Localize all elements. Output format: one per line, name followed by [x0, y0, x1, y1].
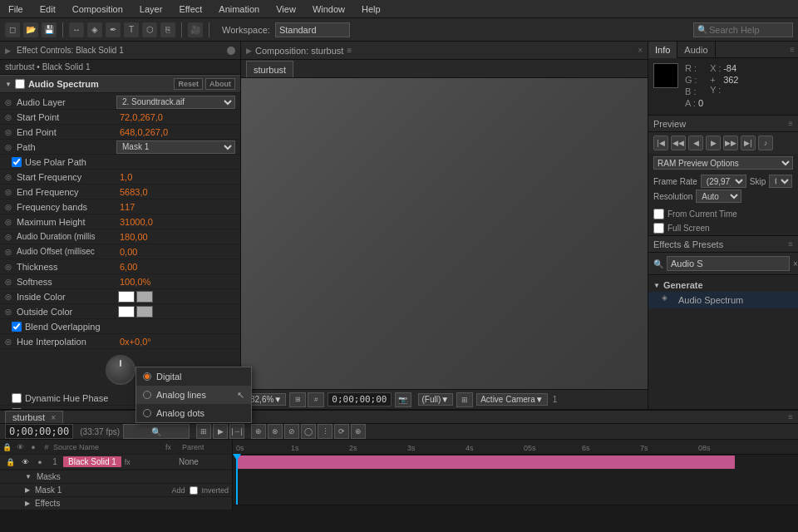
reset-button[interactable]: Reset: [174, 78, 203, 90]
preview-last-btn[interactable]: ▶|: [741, 135, 756, 150]
layer-name[interactable]: Black Solid 1: [63, 456, 121, 467]
timeline-menu-icon[interactable]: ≡: [788, 412, 793, 421]
move-icon[interactable]: ↔: [69, 22, 84, 37]
text-icon[interactable]: T: [124, 22, 139, 37]
layer-fx-icon[interactable]: fx: [125, 458, 131, 466]
preview-prev-btn[interactable]: ◀◀: [671, 135, 686, 150]
blend-checkbox[interactable]: [12, 322, 22, 332]
grid-btn[interactable]: #: [308, 392, 324, 407]
inverted-checkbox[interactable]: [190, 486, 198, 495]
layer-btn5[interactable]: ⋮: [318, 424, 332, 439]
collapse-icon[interactable]: ▼: [5, 81, 12, 88]
info-tab[interactable]: Info: [648, 42, 677, 58]
camera-btn[interactable]: 📷: [395, 392, 411, 407]
pen-icon[interactable]: ✒: [106, 22, 121, 37]
layer-btn4[interactable]: ◯: [301, 424, 316, 439]
preview-next-frame-btn[interactable]: ▶▶: [723, 135, 738, 150]
horizontal-scrollbar[interactable]: [233, 505, 798, 511]
ram-preview-select[interactable]: RAM Preview Options: [653, 156, 793, 170]
layer-btn6[interactable]: ⟳: [334, 424, 349, 439]
workspace-select[interactable]: Standard: [275, 22, 350, 37]
outside-color-alt-swatch[interactable]: [136, 306, 153, 318]
polar-path-checkbox[interactable]: [12, 157, 22, 167]
comp-view[interactable]: [241, 78, 648, 389]
right-panel-menu[interactable]: ≡: [786, 45, 798, 54]
layer-vis[interactable]: 👁: [18, 458, 32, 466]
comp-close-icon[interactable]: ×: [638, 46, 643, 55]
inside-color-alt-swatch[interactable]: [136, 291, 153, 303]
outside-color-swatch[interactable]: [118, 306, 135, 318]
layer-btn7[interactable]: ⊕: [351, 424, 366, 439]
open-icon[interactable]: 📂: [23, 22, 38, 37]
layer-btn3[interactable]: ⊘: [284, 424, 299, 439]
fit-view-btn[interactable]: ⊞: [289, 392, 306, 407]
menu-window[interactable]: Window: [309, 2, 348, 16]
frame-rate-select[interactable]: (29,97): [701, 175, 746, 188]
layer-lock[interactable]: 🔒: [3, 458, 17, 466]
render-btn[interactable]: ▶: [213, 424, 228, 439]
menu-animation[interactable]: Animation: [215, 2, 263, 16]
masks-triangle[interactable]: ▼: [25, 473, 32, 480]
end-point-value[interactable]: 648,0,267,0: [120, 127, 168, 137]
color-sym-checkbox[interactable]: [12, 408, 22, 410]
menu-layer[interactable]: Layer: [136, 2, 166, 16]
about-button[interactable]: About: [205, 78, 235, 90]
layer-track-1[interactable]: [236, 456, 735, 469]
effects-search-input[interactable]: [667, 256, 790, 271]
path-select[interactable]: Mask 1: [116, 140, 235, 154]
preview-menu-icon[interactable]: ≡: [788, 119, 793, 128]
softness-value[interactable]: 100,0%: [120, 277, 150, 287]
camera-icon[interactable]: 🎥: [188, 22, 203, 37]
resolution-select[interactable]: Auto: [696, 190, 741, 203]
comp-mode-btn[interactable]: ⊞: [196, 424, 211, 439]
preview-audio-btn[interactable]: ♪: [758, 135, 773, 150]
menu-file[interactable]: File: [5, 2, 27, 16]
menu-help[interactable]: Help: [358, 2, 384, 16]
timeline-tab[interactable]: sturbust ×: [5, 411, 63, 423]
panel-close-btn[interactable]: [227, 47, 235, 55]
comp-tab[interactable]: sturbust: [246, 61, 293, 77]
dynamic-hue-checkbox[interactable]: [12, 393, 22, 403]
shape-icon[interactable]: ⬡: [142, 22, 157, 37]
max-height-value[interactable]: 31000,0: [120, 217, 153, 227]
layer-btn2[interactable]: ⊗: [268, 424, 283, 439]
effects-triangle[interactable]: ▶: [25, 500, 30, 507]
preview-first-btn[interactable]: |◀: [653, 135, 668, 150]
start-point-value[interactable]: 72,0,267,0: [120, 112, 163, 122]
timeline-tab-close[interactable]: ×: [51, 413, 56, 422]
from-current-checkbox[interactable]: [653, 209, 664, 219]
search-btn[interactable]: 🔍: [123, 424, 190, 439]
freq-bands-value[interactable]: 117: [120, 202, 135, 212]
audio-offset-value[interactable]: 0,00: [120, 247, 137, 257]
effects-item-audio-spectrum[interactable]: ◈ Audio Spectrum: [648, 292, 798, 308]
timeline-tracks[interactable]: 0s 1s 2s 3s 4s 05s 6s 7s 08s: [233, 440, 798, 511]
effect-enable-checkbox[interactable]: [15, 79, 25, 89]
skip-select[interactable]: 0: [769, 175, 792, 188]
view-select[interactable]: Active Camera▼: [476, 393, 547, 406]
full-screen-checkbox[interactable]: [653, 223, 664, 234]
menu-view[interactable]: View: [273, 2, 299, 16]
audio-layer-select[interactable]: 2. Soundtrack.aif: [116, 96, 235, 109]
end-freq-value[interactable]: 5683,0: [120, 187, 148, 197]
preview-prev-frame-btn[interactable]: ◀: [688, 135, 703, 150]
effects-menu-icon[interactable]: ≡: [788, 239, 793, 249]
dropdown-item-analog-lines[interactable]: Analog lines ↖: [136, 386, 251, 404]
preview-play-btn[interactable]: ▶: [706, 135, 721, 150]
menu-edit[interactable]: Edit: [37, 2, 59, 16]
layer-solo[interactable]: ●: [33, 458, 47, 466]
layer-btn1[interactable]: ⊕: [251, 424, 266, 439]
menu-composition[interactable]: Composition: [69, 2, 126, 16]
menu-effect[interactable]: Effect: [175, 2, 205, 16]
dropdown-item-analog-dots[interactable]: Analog dots: [136, 404, 251, 422]
quality-select[interactable]: (Full)▼: [418, 393, 454, 406]
snap-btn[interactable]: |→|: [229, 424, 244, 439]
start-freq-value[interactable]: 1,0: [120, 172, 132, 182]
effects-category-generate[interactable]: ▼ Generate: [648, 278, 798, 292]
hue-interp-value[interactable]: 0x+0,0°: [120, 337, 151, 347]
hue-knob[interactable]: [106, 355, 135, 385]
mask1-triangle[interactable]: ▶: [25, 486, 30, 494]
clone-icon[interactable]: ⎘: [160, 22, 175, 37]
show-grid-btn[interactable]: ⊞: [456, 392, 473, 407]
audio-tab[interactable]: Audio: [677, 42, 715, 58]
thickness-value[interactable]: 6,00: [120, 262, 137, 272]
